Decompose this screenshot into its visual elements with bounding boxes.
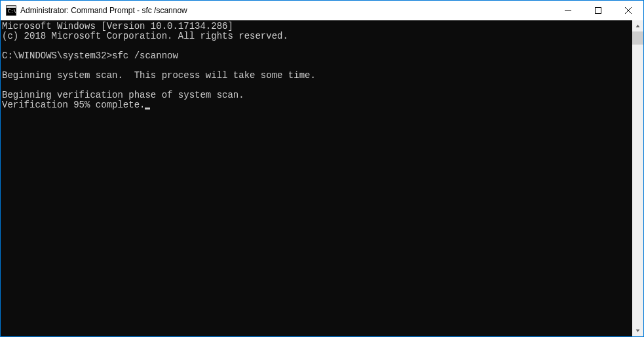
close-button[interactable]	[613, 1, 643, 20]
titlebar[interactable]: C:\ Administrator: Command Prompt - sfc …	[1, 1, 643, 20]
terminal-line: Beginning system scan. This process will…	[2, 71, 632, 81]
terminal-line: (c) 2018 Microsoft Corporation. All righ…	[2, 31, 632, 41]
terminal-line	[2, 81, 632, 90]
scroll-down-arrow[interactable]	[632, 325, 643, 336]
minimize-button[interactable]	[553, 1, 583, 20]
vertical-scrollbar[interactable]	[632, 20, 643, 336]
cmd-icon: C:\	[6, 5, 16, 16]
terminal-cursor	[145, 108, 150, 109]
terminal-line: Microsoft Windows [Version 10.0.17134.28…	[2, 22, 632, 31]
window-controls	[553, 1, 643, 20]
maximize-button[interactable]	[583, 1, 613, 20]
scroll-thumb[interactable]	[632, 31, 643, 45]
svg-marker-8	[636, 329, 640, 332]
command-prompt-window: C:\ Administrator: Command Prompt - sfc …	[1, 1, 643, 336]
svg-rect-1	[7, 6, 16, 8]
content-area: Microsoft Windows [Version 10.0.17134.28…	[1, 20, 643, 336]
terminal-line: C:\WINDOWS\system32>sfc /scannow	[2, 51, 632, 61]
svg-marker-7	[636, 24, 640, 27]
terminal-line	[2, 41, 632, 51]
window-title: Administrator: Command Prompt - sfc /sca…	[20, 6, 553, 15]
scroll-up-arrow[interactable]	[632, 20, 643, 31]
terminal-line: Verification 95% complete.	[2, 100, 632, 110]
scroll-track[interactable]	[632, 31, 643, 325]
svg-text:C:\: C:\	[8, 9, 16, 14]
svg-rect-4	[596, 7, 601, 13]
terminal-line: Beginning verification phase of system s…	[2, 90, 632, 100]
terminal-line	[2, 61, 632, 71]
terminal-output[interactable]: Microsoft Windows [Version 10.0.17134.28…	[1, 20, 632, 336]
